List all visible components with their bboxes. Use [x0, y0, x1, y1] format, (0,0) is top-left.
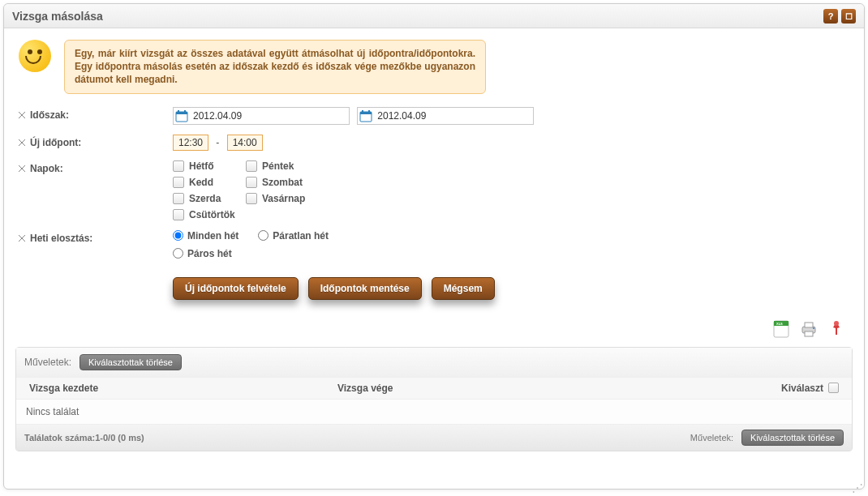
chk-monday[interactable]: Hétfő	[173, 160, 246, 172]
select-all-checkbox[interactable]	[828, 383, 839, 393]
radio-even-week-input[interactable]	[173, 248, 183, 259]
radio-every-week[interactable]: Minden hét	[173, 230, 238, 242]
svg-rect-3	[184, 110, 186, 113]
col-header-select[interactable]: Kiválaszt	[750, 383, 839, 394]
svg-rect-12	[805, 323, 813, 327]
label-newtime: Új időpont:	[19, 135, 173, 148]
radio-odd-week-input[interactable]	[258, 230, 269, 241]
col-header-start[interactable]: Vizsga kezdete	[29, 383, 337, 394]
chk-friday-box[interactable]	[246, 160, 257, 172]
chk-tuesday-box[interactable]	[173, 177, 184, 188]
svg-rect-6	[362, 110, 363, 113]
period-start-input[interactable]	[193, 110, 315, 122]
period-start-field[interactable]	[173, 107, 350, 125]
chk-sunday[interactable]: Vasárnap	[246, 193, 343, 204]
help-button[interactable]: ?	[823, 9, 838, 24]
chk-sunday-box[interactable]	[246, 193, 257, 204]
cancel-button[interactable]: Mégsem	[432, 277, 495, 300]
svg-rect-7	[368, 110, 370, 113]
grid-empty-row: Nincs találat	[16, 400, 852, 425]
radio-odd-week[interactable]: Páratlan hét	[258, 230, 329, 242]
export-xls-icon[interactable]: XLS	[770, 318, 793, 340]
smiley-icon	[19, 40, 51, 72]
period-end-field[interactable]	[357, 107, 534, 125]
label-weekdist: Heti elosztás:	[19, 230, 173, 244]
add-times-button[interactable]: Új időpontok felvétele	[173, 277, 299, 300]
newtime-to-input[interactable]	[227, 135, 263, 151]
pin-icon[interactable]	[825, 318, 848, 340]
delete-selected-button-top[interactable]: Kiválasztottak törlése	[79, 354, 182, 370]
chk-wednesday[interactable]: Szerda	[173, 193, 246, 204]
close-button[interactable]: ◻	[841, 9, 856, 24]
svg-text:XLS: XLS	[776, 322, 783, 326]
time-separator: -	[216, 137, 219, 148]
hint-box: Egy, már kiírt vizsgát az összes adatáva…	[64, 40, 486, 94]
radio-every-week-input[interactable]	[173, 230, 183, 241]
chk-tuesday[interactable]: Kedd	[173, 177, 246, 188]
radio-even-week[interactable]: Páros hét	[173, 248, 232, 259]
chk-wednesday-box[interactable]	[173, 193, 184, 204]
newtime-from-input[interactable]	[173, 135, 208, 151]
calendar-icon	[175, 109, 188, 122]
results-grid: Műveletek: Kiválasztottak törlése Vizsga…	[15, 347, 853, 451]
titlebar: Vizsga másolása ? ◻	[4, 4, 864, 28]
col-header-end[interactable]: Vizsga vége	[337, 383, 750, 394]
svg-rect-2	[178, 110, 179, 113]
label-period: Időszak:	[19, 107, 173, 121]
period-end-input[interactable]	[377, 110, 499, 122]
print-icon[interactable]	[797, 318, 820, 340]
chk-monday-box[interactable]	[173, 160, 184, 172]
svg-point-14	[813, 327, 814, 329]
svg-point-15	[834, 321, 839, 326]
save-times-button[interactable]: Időpontok mentése	[308, 277, 422, 300]
grid-footer-count: Találatok száma:1-0/0 (0 ms)	[24, 433, 144, 443]
chk-thursday-box[interactable]	[173, 209, 184, 220]
chk-saturday[interactable]: Szombat	[246, 177, 343, 188]
svg-rect-13	[805, 331, 813, 336]
chk-saturday-box[interactable]	[246, 177, 257, 188]
window-title: Vizsga másolása	[12, 10, 103, 23]
grid-ops-label-bottom: Műveletek:	[690, 433, 733, 443]
calendar-icon	[359, 109, 372, 122]
delete-selected-button-bottom[interactable]: Kiválasztottak törlése	[741, 430, 844, 446]
grid-ops-label: Műveletek:	[24, 357, 71, 368]
chk-friday[interactable]: Péntek	[246, 160, 343, 172]
label-days: Napok:	[19, 160, 173, 174]
chk-thursday[interactable]: Csütörtök	[173, 209, 246, 220]
